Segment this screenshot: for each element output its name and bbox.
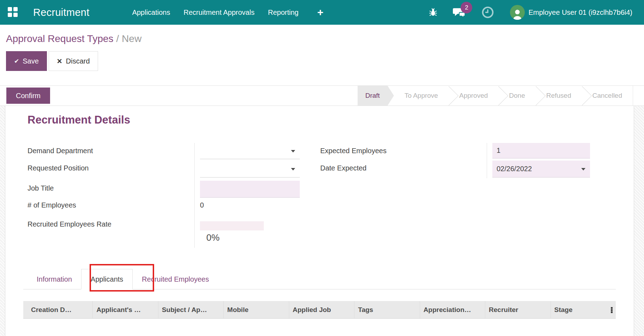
breadcrumb-current: New <box>122 33 141 44</box>
menu-recruitment-approvals[interactable]: Recruitment Approvals <box>177 0 261 25</box>
date-expected-field[interactable] <box>492 161 590 178</box>
optional-columns-icon[interactable] <box>611 307 613 313</box>
message-count-badge: 2 <box>461 2 472 13</box>
top-navbar: Recruitment Applications Recruitment App… <box>0 0 644 25</box>
plus-icon[interactable]: + <box>317 1 323 24</box>
navbar-systray: 2 Employee User 01 (i9zclhb7b6i4) <box>413 5 632 20</box>
form-sheet: Recruitment Details Demand Department Re… <box>0 106 644 336</box>
status-pipeline: Draft To Approve Approved Done Refused C… <box>358 86 633 106</box>
debug-bug-icon[interactable] <box>428 7 438 17</box>
form-statusbar: Confirm Draft To Approve Approved Done R… <box>0 85 644 106</box>
left-group-divider <box>194 143 195 248</box>
chevron-down-icon <box>291 168 295 170</box>
expected-employees-label: Expected Employees <box>320 147 387 155</box>
col-subject-application[interactable]: Subject / Ap… <box>158 301 223 318</box>
close-icon: ✕ <box>57 57 62 65</box>
page-gutter-right <box>634 106 644 336</box>
recruited-rate-progressbar <box>200 221 264 230</box>
chevron-down-icon <box>581 168 585 170</box>
status-cancelled[interactable]: Cancelled <box>582 86 633 106</box>
col-recruiter[interactable]: Recruiter <box>485 301 550 318</box>
right-group-divider <box>487 143 487 178</box>
apps-menu-icon[interactable] <box>8 7 18 18</box>
recruited-rate-percent: 0% <box>206 232 220 243</box>
date-expected-input[interactable] <box>492 161 590 177</box>
requested-position-select[interactable] <box>200 161 300 178</box>
chevron-down-icon <box>291 150 295 152</box>
notebook-tabs: Information Applicants Recruited Employe… <box>28 269 218 289</box>
num-employees-value: 0 <box>200 201 204 209</box>
discard-button[interactable]: ✕ Discard <box>49 51 98 71</box>
section-title: Recruitment Details <box>28 114 130 126</box>
recruited-rate-label: Recruited Employees Rate <box>28 220 111 228</box>
expected-employees-field[interactable] <box>492 143 590 158</box>
col-appreciation[interactable]: Appreciation… <box>420 301 485 318</box>
expected-employees-input[interactable] <box>492 143 590 158</box>
breadcrumb-approval-request-types[interactable]: Approval Request Types <box>6 33 114 44</box>
col-creation-date[interactable]: Creation D… <box>23 301 92 318</box>
tab-applicants[interactable]: Applicants <box>81 269 133 289</box>
col-tags[interactable]: Tags <box>354 301 419 318</box>
col-applied-job[interactable]: Applied Job <box>289 301 354 318</box>
user-avatar[interactable] <box>510 5 525 20</box>
page-gutter-left <box>0 106 5 336</box>
col-applicants-name[interactable]: Applicant's … <box>92 301 158 318</box>
menu-applications[interactable]: Applications <box>126 0 177 25</box>
menu-reporting[interactable]: Reporting <box>261 0 305 25</box>
messages-icon[interactable]: 2 <box>453 7 466 18</box>
demand-department-select[interactable] <box>200 143 300 159</box>
job-title-field[interactable] <box>200 181 300 198</box>
breadcrumb: Approval Request Types/New <box>6 33 644 44</box>
requested-position-label: Requested Position <box>28 164 89 172</box>
job-title-label: Job Title <box>28 184 54 192</box>
job-title-input[interactable] <box>200 181 300 197</box>
tab-recruited-employees[interactable]: Recruited Employees <box>133 269 218 289</box>
app-brand[interactable]: Recruitment <box>33 7 90 18</box>
check-icon: ✔ <box>14 58 19 65</box>
num-employees-label: # of Employees <box>28 201 76 209</box>
save-button[interactable]: ✔ Save <box>6 51 47 71</box>
col-stage[interactable]: Stage <box>551 301 616 318</box>
control-panel: Approval Request Types/New ✔ Save ✕ Disc… <box>0 25 644 85</box>
activities-clock-icon[interactable] <box>481 6 494 19</box>
applicants-table-header: Creation D… Applicant's … Subject / Ap… … <box>23 301 616 319</box>
date-expected-label: Date Expected <box>320 164 366 172</box>
user-menu[interactable]: Employee User 01 (i9zclhb7b6i4) <box>528 8 632 17</box>
confirm-button[interactable]: Confirm <box>6 88 50 104</box>
col-mobile[interactable]: Mobile <box>223 301 288 318</box>
app-menu: Applications Recruitment Approvals Repor… <box>126 0 305 25</box>
demand-department-label: Demand Department <box>28 147 93 155</box>
breadcrumb-separator: / <box>114 33 122 44</box>
tab-information[interactable]: Information <box>28 269 81 289</box>
status-draft[interactable]: Draft <box>358 86 394 106</box>
